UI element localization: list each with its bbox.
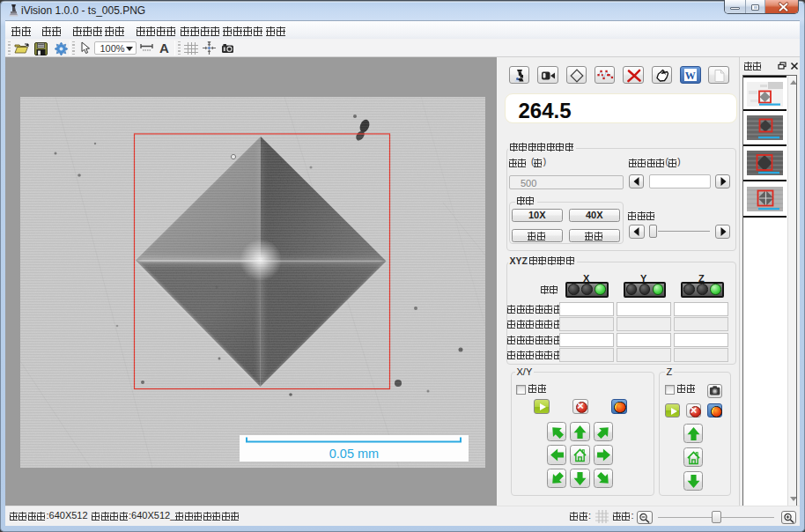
svg-text:0.05 mm: 0.05 mm <box>329 447 379 461</box>
